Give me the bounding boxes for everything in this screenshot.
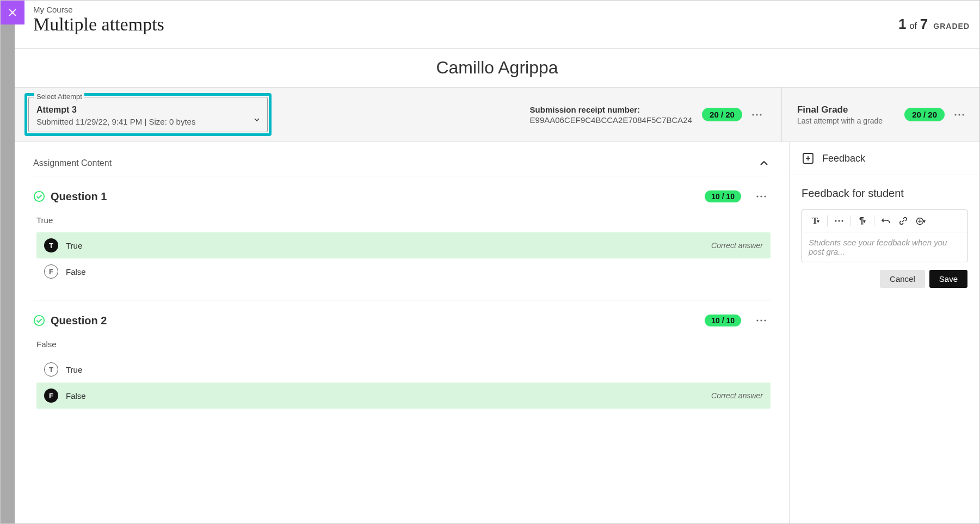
check-circle-icon bbox=[33, 190, 45, 202]
graded-label: GRADED bbox=[933, 22, 970, 30]
dots-icon bbox=[756, 319, 766, 322]
question-title: Question 1 bbox=[51, 190, 107, 203]
svg-point-8 bbox=[34, 192, 44, 201]
undo-icon bbox=[882, 217, 890, 225]
receipt-value: E99AA06CEF9C4BCCA2E7084F5C7BCA24 bbox=[530, 115, 693, 125]
answer-letter: F bbox=[44, 389, 58, 403]
correct-label: Correct answer bbox=[711, 241, 763, 250]
attempt-select-legend: Select Attempt bbox=[34, 93, 84, 101]
undo-button[interactable] bbox=[878, 213, 894, 229]
answer-row: T True Correct answer bbox=[36, 232, 771, 258]
dots-icon bbox=[954, 114, 964, 116]
attempt-more-button[interactable] bbox=[748, 106, 766, 124]
feedback-title: Feedback for student bbox=[802, 187, 967, 200]
insert-button[interactable]: ▾ bbox=[913, 213, 929, 229]
editor-toolbar: T▾ ¶▾ bbox=[802, 210, 967, 232]
svg-point-20 bbox=[839, 220, 840, 222]
paragraph-button[interactable]: ¶▾ bbox=[854, 213, 871, 229]
graded-counter: 1 of 7 GRADED bbox=[898, 16, 970, 33]
link-button[interactable] bbox=[895, 213, 911, 229]
feedback-sidebar: Feedback Feedback for student T▾ bbox=[789, 142, 979, 523]
correct-label: Correct answer bbox=[711, 391, 763, 400]
collapse-button[interactable] bbox=[757, 156, 771, 170]
answer-row: F False Correct answer bbox=[36, 383, 771, 409]
student-name: Camillo Agrippa bbox=[15, 48, 979, 88]
question-prompt: True bbox=[36, 215, 771, 225]
attempt-subtitle: Submitted 11/29/22, 9:41 PM | Size: 0 by… bbox=[36, 117, 260, 126]
more-format-button[interactable] bbox=[831, 213, 847, 229]
attempt-name: Attempt 3 bbox=[36, 105, 260, 115]
attempt-select[interactable]: Select Attempt Attempt 3 Submitted 11/29… bbox=[28, 97, 268, 132]
attempt-grade-pill[interactable]: 20 / 20 bbox=[702, 108, 742, 121]
receipt-label: Submission receipt number: bbox=[530, 105, 693, 114]
question-more-button[interactable] bbox=[752, 187, 771, 206]
graded-current: 1 bbox=[898, 16, 906, 33]
feedback-textarea[interactable]: Students see your feedback when you post… bbox=[802, 232, 967, 262]
svg-point-10 bbox=[760, 195, 762, 197]
final-grade-pill[interactable]: 20 / 20 bbox=[904, 108, 945, 121]
svg-point-12 bbox=[34, 316, 44, 325]
question-block: Question 2 10 / 10 False T True F bbox=[33, 300, 771, 409]
feedback-plus-icon[interactable] bbox=[802, 152, 815, 165]
meta-divider bbox=[781, 88, 782, 142]
question-more-button[interactable] bbox=[752, 311, 771, 330]
text-style-button[interactable]: T▾ bbox=[808, 213, 824, 229]
dots-icon bbox=[835, 220, 843, 222]
breadcrumb[interactable]: My Course bbox=[33, 5, 164, 14]
dots-icon bbox=[752, 114, 762, 116]
answer-text: True bbox=[66, 241, 82, 250]
answer-text: False bbox=[66, 391, 86, 400]
page-title: Multiple attempts bbox=[33, 14, 164, 35]
feedback-editor: T▾ ¶▾ bbox=[802, 209, 967, 262]
svg-point-7 bbox=[962, 114, 964, 115]
svg-point-21 bbox=[842, 220, 843, 222]
content-column: Assignment Content Question 1 10 / 10 bbox=[15, 142, 789, 523]
receipt-block: Submission receipt number: E99AA06CEF9C4… bbox=[530, 105, 693, 125]
svg-point-5 bbox=[954, 114, 956, 115]
link-icon bbox=[899, 217, 908, 225]
toolbar-sep bbox=[850, 215, 851, 226]
svg-point-15 bbox=[764, 319, 766, 321]
graded-total: 7 bbox=[920, 16, 928, 33]
close-icon bbox=[8, 8, 17, 17]
attempt-highlight: Select Attempt Attempt 3 Submitted 11/29… bbox=[24, 93, 272, 136]
check-circle-icon bbox=[33, 315, 45, 326]
svg-point-13 bbox=[756, 319, 758, 321]
answer-letter: F bbox=[44, 264, 58, 279]
svg-point-14 bbox=[760, 319, 762, 321]
answer-text: False bbox=[66, 267, 86, 276]
answer-letter: T bbox=[44, 238, 58, 252]
question-score-pill[interactable]: 10 / 10 bbox=[705, 190, 741, 202]
question-prompt: False bbox=[36, 340, 771, 349]
meta-bar: Select Attempt Attempt 3 Submitted 11/29… bbox=[15, 88, 979, 142]
svg-point-19 bbox=[835, 220, 837, 222]
question-title: Question 2 bbox=[51, 315, 107, 327]
answer-text: True bbox=[66, 365, 82, 374]
final-more-button[interactable] bbox=[950, 106, 969, 124]
left-gutter bbox=[1, 1, 15, 523]
question-block: Question 1 10 / 10 True T True Correct a… bbox=[33, 176, 771, 300]
svg-point-3 bbox=[756, 114, 757, 115]
question-score-pill[interactable]: 10 / 10 bbox=[705, 315, 741, 326]
answer-row: T True bbox=[36, 356, 771, 383]
toolbar-sep bbox=[874, 215, 874, 226]
close-button[interactable] bbox=[1, 1, 24, 24]
final-grade-label: Final Grade bbox=[797, 104, 883, 115]
section-title: Assignment Content bbox=[33, 158, 112, 168]
caret-down-icon bbox=[254, 114, 260, 124]
dots-icon bbox=[756, 195, 766, 198]
final-grade-sub: Last attempt with a grade bbox=[797, 116, 883, 125]
svg-point-11 bbox=[764, 195, 766, 197]
svg-point-4 bbox=[760, 114, 761, 115]
final-grade-block: Final Grade Last attempt with a grade bbox=[797, 104, 883, 125]
graded-of: of bbox=[910, 21, 917, 31]
svg-point-9 bbox=[756, 195, 758, 197]
cancel-button[interactable]: Cancel bbox=[880, 270, 925, 288]
save-button[interactable]: Save bbox=[929, 270, 967, 288]
answer-row: F False bbox=[36, 258, 771, 285]
chevron-up-icon bbox=[760, 161, 768, 166]
toolbar-sep bbox=[827, 215, 828, 226]
svg-point-2 bbox=[752, 114, 754, 115]
svg-point-6 bbox=[958, 114, 960, 115]
answer-letter: T bbox=[44, 362, 58, 377]
